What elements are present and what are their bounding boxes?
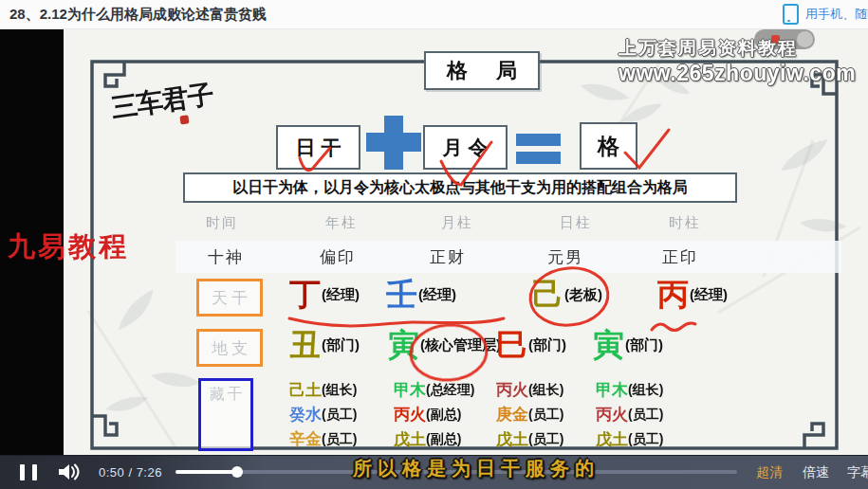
channel-watermark: 九易教程 bbox=[8, 228, 129, 266]
time-display: 0:50 / 7:26 bbox=[99, 465, 162, 480]
definition-box: 以日干为体，以月令为核心太极点与其他干支为用的搭配组合为格局 bbox=[183, 172, 737, 203]
row-label-earthly-branches: 地支 bbox=[196, 329, 263, 367]
row-label-ten-gods: 十神 bbox=[208, 246, 244, 268]
ten-god-cell: 元男 bbox=[547, 246, 583, 268]
ten-god-cell: 正财 bbox=[430, 246, 466, 268]
captions-button[interactable]: 字幕 bbox=[847, 464, 868, 481]
formula-result-box: 格 bbox=[580, 122, 637, 170]
col-header-day: 日柱 bbox=[560, 214, 592, 232]
mobile-app-label: 用手机、随时 bbox=[805, 6, 868, 23]
video-title: 28、2.12为什么用格局成败论述富贵贫贱 bbox=[9, 6, 267, 24]
plus-icon bbox=[366, 133, 421, 152]
volume-button[interactable] bbox=[58, 462, 83, 481]
watermark-text: 上万套周易资料教程 bbox=[619, 36, 798, 61]
ten-god-cell: 正印 bbox=[662, 246, 698, 268]
seek-bar[interactable] bbox=[175, 470, 737, 474]
ten-god-cell: 偏印 bbox=[320, 246, 356, 268]
row-label-heavenly-stems: 天干 bbox=[196, 279, 263, 317]
row-label-hidden-stems: 藏干 bbox=[198, 378, 253, 451]
col-header-time: 时间 bbox=[206, 214, 238, 232]
slide-title-box: 格 局 bbox=[424, 51, 540, 90]
table-row-band bbox=[175, 241, 841, 273]
col-header-hour: 时柱 bbox=[669, 214, 701, 232]
col-header-month: 月柱 bbox=[441, 214, 473, 232]
playback-speed-button[interactable]: 倍速 bbox=[803, 464, 829, 481]
video-stage: 上万套周易资料教程 www.265zhouyiw.com 三车君子 格 局 日干… bbox=[0, 28, 868, 455]
equals-icon bbox=[516, 152, 561, 164]
player-control-bar: 0:50 / 7:26 超清 倍速 字幕 bbox=[0, 455, 868, 489]
pause-button[interactable] bbox=[20, 464, 37, 480]
col-header-year: 年柱 bbox=[325, 214, 358, 232]
seek-bar-played bbox=[175, 470, 237, 474]
equals-icon bbox=[516, 134, 561, 146]
seek-bar-thumb[interactable] bbox=[231, 466, 243, 478]
formula-month-order-box: 月令 bbox=[423, 125, 508, 170]
formula-day-stem-box: 日干 bbox=[276, 125, 360, 170]
video-content[interactable]: 上万套周易资料教程 www.265zhouyiw.com 三车君子 格 局 日干… bbox=[64, 28, 868, 455]
mobile-app-link[interactable]: 用手机、随时 bbox=[783, 0, 868, 28]
phone-icon bbox=[783, 4, 799, 25]
quality-button[interactable]: 超清 bbox=[756, 464, 783, 481]
watermark-url: www.265zhouyiw.com bbox=[619, 61, 856, 86]
window-topbar: 28、2.12为什么用格局成败论述富贵贫贱 用手机、随时 bbox=[0, 0, 868, 29]
seal-stamp-icon bbox=[179, 115, 189, 124]
